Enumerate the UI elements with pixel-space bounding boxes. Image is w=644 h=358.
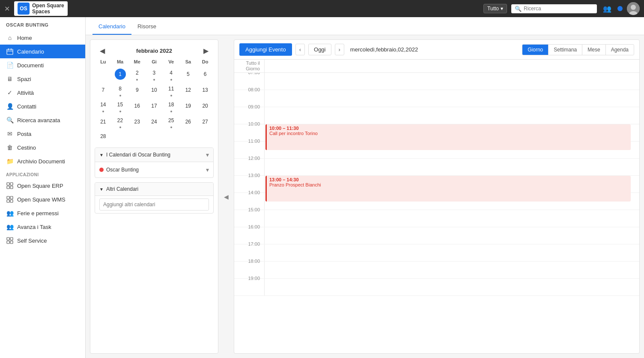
day-cell[interactable]: 21 bbox=[95, 114, 112, 129]
day-cell[interactable]: 17 bbox=[146, 98, 163, 114]
mini-cal-day[interactable]: 5 bbox=[182, 69, 194, 80]
time-slot-cell[interactable] bbox=[264, 73, 632, 90]
sidebar-item-cestino[interactable]: 🗑 Cestino bbox=[0, 141, 85, 154]
cal-prev-button[interactable]: ‹ bbox=[295, 44, 305, 55]
mini-cal-day[interactable]: 1 bbox=[115, 69, 126, 80]
mini-cal-day[interactable]: 18 bbox=[166, 99, 177, 110]
search-input[interactable] bbox=[524, 6, 592, 12]
day-cell[interactable]: 16 bbox=[128, 98, 146, 114]
mini-cal-day[interactable]: 26 bbox=[182, 116, 194, 127]
mini-cal-next-button[interactable]: ▶ bbox=[201, 46, 211, 56]
day-cell[interactable]: 3 bbox=[146, 66, 163, 82]
mini-cal-day[interactable]: 13 bbox=[200, 84, 211, 96]
sidebar-item-spazi[interactable]: 🖥 Spazi bbox=[0, 72, 85, 86]
sidebar-item-selfservice[interactable]: Self Service bbox=[0, 234, 85, 247]
day-cell[interactable]: 11 bbox=[163, 82, 180, 98]
calendar-options-icon[interactable]: ▾ bbox=[206, 166, 209, 173]
mini-cal-day[interactable]: 16 bbox=[131, 100, 143, 111]
filter-dropdown[interactable]: Tutto ▾ bbox=[483, 4, 507, 13]
day-cell[interactable]: 12 bbox=[180, 82, 197, 98]
event-block[interactable]: 13:00 – 14:30Pranzo Prospect Bianchi bbox=[265, 176, 631, 202]
sidebar-item-documenti[interactable]: 📄 Documenti bbox=[0, 58, 85, 72]
time-slot-cell[interactable] bbox=[264, 90, 632, 107]
time-slot-cell[interactable] bbox=[264, 279, 632, 295]
tab-risorse[interactable]: Risorse bbox=[131, 19, 162, 35]
view-btn-agenda[interactable]: Agenda bbox=[606, 45, 634, 55]
day-cell[interactable]: 22 bbox=[112, 114, 129, 129]
view-btn-settimana[interactable]: Settimana bbox=[549, 45, 582, 55]
day-cell[interactable]: 9 bbox=[128, 82, 146, 98]
time-slot-cell[interactable]: 10:00 – 11:30Call per incontro Torino bbox=[264, 124, 632, 141]
mini-cal-day[interactable]: 17 bbox=[149, 100, 160, 111]
day-cell[interactable]: 13 bbox=[197, 82, 214, 98]
day-cell[interactable]: 10 bbox=[146, 82, 163, 98]
mini-cal-day[interactable]: 22 bbox=[115, 115, 126, 126]
mini-cal-day[interactable]: 21 bbox=[98, 116, 109, 127]
day-cell[interactable]: 4 bbox=[163, 66, 180, 82]
day-cell[interactable]: 1 bbox=[112, 66, 129, 82]
mini-cal-day[interactable]: 7 bbox=[98, 84, 109, 96]
time-slot-cell[interactable] bbox=[264, 107, 632, 124]
other-calendars-header[interactable]: ▼ Altri Calendari bbox=[95, 183, 213, 196]
time-slot-cell[interactable] bbox=[264, 262, 632, 278]
sidebar-item-calendario[interactable]: Calendario bbox=[0, 45, 85, 58]
mini-cal-day[interactable]: 9 bbox=[131, 84, 143, 96]
day-cell[interactable]: 5 bbox=[180, 66, 197, 82]
day-cell[interactable]: 20 bbox=[197, 98, 214, 114]
mini-cal-day[interactable]: 2 bbox=[131, 67, 143, 78]
mini-cal-day[interactable]: 27 bbox=[200, 116, 211, 127]
sidebar-item-attivita[interactable]: ✓ Attività bbox=[0, 86, 85, 99]
day-cell[interactable]: 24 bbox=[146, 114, 163, 129]
mini-cal-day[interactable]: 12 bbox=[182, 84, 194, 96]
day-cell[interactable]: 27 bbox=[197, 114, 214, 129]
sidebar-item-wms[interactable]: Open Square WMS bbox=[0, 193, 85, 206]
mini-cal-day[interactable]: 3 bbox=[149, 67, 160, 78]
sidebar-item-archivio[interactable]: 📁 Archivio Documenti bbox=[0, 154, 85, 168]
view-btn-giorno[interactable]: Giorno bbox=[522, 45, 549, 55]
day-cell[interactable]: 6 bbox=[197, 66, 214, 82]
mini-cal-day[interactable]: 24 bbox=[149, 116, 160, 127]
day-view-scroll[interactable]: 07:0008:0009:0010:0010:00 – 11:30Call pe… bbox=[234, 73, 639, 353]
tab-calendario[interactable]: Calendario bbox=[92, 19, 131, 35]
mini-cal-day[interactable]: 6 bbox=[200, 69, 211, 80]
day-cell[interactable]: 15 bbox=[112, 98, 129, 114]
sidebar-item-avanza[interactable]: 👥 Avanza i Task bbox=[0, 220, 85, 234]
event-block[interactable]: 10:00 – 11:30Call per incontro Torino bbox=[265, 124, 631, 150]
day-cell[interactable]: 28 bbox=[95, 129, 112, 143]
add-event-button[interactable]: Aggiungi Evento bbox=[239, 43, 292, 56]
mini-cal-prev-button[interactable]: ◀ bbox=[97, 46, 107, 56]
day-cell[interactable]: 26 bbox=[180, 114, 197, 129]
sidebar-item-contatti[interactable]: 👤 Contatti bbox=[0, 99, 85, 113]
cal-next-button[interactable]: › bbox=[335, 44, 344, 55]
day-cell[interactable]: 14 bbox=[95, 98, 112, 114]
mini-cal-day[interactable]: 11 bbox=[166, 83, 177, 94]
mini-cal-day[interactable]: 20 bbox=[200, 100, 211, 111]
my-calendars-options-icon[interactable]: ▾ bbox=[206, 151, 209, 158]
mini-cal-day[interactable]: 4 bbox=[166, 67, 177, 78]
day-cell[interactable]: 7 bbox=[95, 82, 112, 98]
mini-cal-day[interactable]: 15 bbox=[115, 99, 126, 110]
sidebar-item-posta[interactable]: ✉ Posta bbox=[0, 127, 85, 141]
my-calendars-header[interactable]: ▼ I Calendari di Oscar Bunting ▾ bbox=[95, 148, 213, 162]
sidebar-item-erp[interactable]: Open Square ERP bbox=[0, 179, 85, 193]
sidebar-item-home[interactable]: ⌂ Home bbox=[0, 31, 85, 45]
time-slot-cell[interactable] bbox=[264, 227, 632, 244]
mini-cal-day[interactable]: 28 bbox=[98, 131, 109, 142]
mini-cal-day[interactable]: 25 bbox=[166, 115, 177, 126]
time-slot-cell[interactable] bbox=[264, 210, 632, 227]
time-slot-cell[interactable] bbox=[264, 159, 632, 175]
day-cell[interactable]: 25 bbox=[163, 114, 180, 129]
day-cell[interactable]: 23 bbox=[128, 114, 146, 129]
user-avatar[interactable] bbox=[627, 2, 640, 15]
close-icon[interactable]: ✕ bbox=[4, 5, 10, 13]
cal-today-button[interactable]: Oggi bbox=[308, 44, 331, 55]
collapse-panel-button[interactable]: ◀ bbox=[223, 39, 230, 354]
time-slot-cell[interactable] bbox=[264, 244, 632, 261]
sidebar-item-ricerca[interactable]: 🔍 Ricerca avanzata bbox=[0, 113, 85, 127]
sidebar-item-ferie[interactable]: 👥 Ferie e permessi bbox=[0, 206, 85, 220]
mini-cal-day[interactable]: 8 bbox=[115, 83, 126, 94]
day-cell[interactable]: 8 bbox=[112, 82, 129, 98]
day-cell[interactable]: 2 bbox=[128, 66, 146, 82]
people-icon[interactable]: 👥 bbox=[601, 3, 613, 15]
add-calendar-input[interactable] bbox=[99, 199, 209, 211]
